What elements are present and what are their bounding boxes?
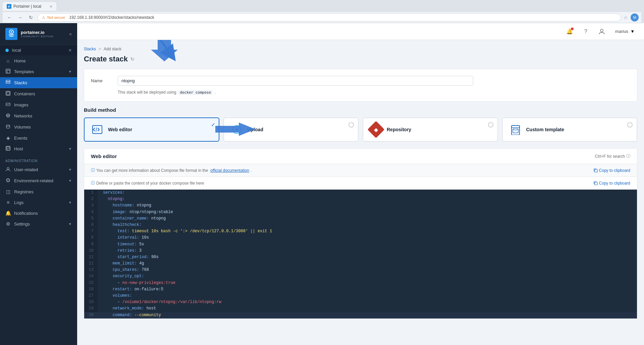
security-label: Not secure bbox=[47, 15, 65, 19]
editor-search-hint: Ctrl+F for search ⓘ bbox=[595, 153, 630, 159]
env-related-arrow-icon: ▼ bbox=[68, 179, 72, 183]
notification-badge bbox=[571, 28, 574, 30]
code-line-14: 14 security_opt: bbox=[84, 273, 637, 280]
address-bar[interactable]: ⚠ Not secure 192.168.1.18:9000/#!/2/dock… bbox=[38, 13, 621, 21]
method-card-upload[interactable]: Upload bbox=[223, 117, 359, 142]
svg-rect-7 bbox=[6, 69, 10, 73]
breadcrumb: Stacks > Add stack bbox=[84, 47, 637, 51]
logo-text: portainer.io COMMUNITY EDITION bbox=[21, 30, 53, 38]
back-btn[interactable]: ← bbox=[5, 13, 13, 21]
repository-radio bbox=[488, 122, 493, 128]
sidebar-item-host[interactable]: Host ▼ bbox=[0, 143, 77, 154]
images-icon bbox=[5, 102, 11, 108]
upload-icon bbox=[231, 124, 243, 136]
name-input[interactable] bbox=[118, 76, 473, 86]
browser-chrome: P Portainer | local ✕ ← → ↻ ⚠ Not secure… bbox=[0, 0, 644, 23]
tab-favicon: P bbox=[7, 4, 11, 9]
settings-arrow-icon: ▼ bbox=[68, 222, 72, 226]
environment-item[interactable]: local ✕ bbox=[0, 45, 77, 55]
user-related-arrow-icon: ▼ bbox=[68, 168, 72, 171]
sidebar-item-templates[interactable]: Templates ▼ bbox=[0, 66, 77, 77]
svg-rect-27 bbox=[93, 126, 102, 134]
stacks-icon bbox=[5, 80, 11, 86]
code-line-4: 4 image: ntop/ntopng:stable bbox=[84, 209, 637, 215]
compose-intro: You can get more information about Compo… bbox=[96, 168, 208, 173]
user-name: marius bbox=[615, 29, 628, 34]
sidebar-item-containers[interactable]: Containers bbox=[0, 88, 77, 99]
custom-template-radio bbox=[627, 122, 633, 128]
method-card-custom-template[interactable]: Custom template bbox=[502, 117, 638, 142]
sidebar-item-home[interactable]: ⌂ Home bbox=[0, 55, 77, 66]
sidebar-item-volumes[interactable]: Volumes bbox=[0, 121, 77, 133]
deploy-hint-text: This stack will be deployed using bbox=[118, 90, 176, 95]
method-card-repository[interactable]: ◆ Repository bbox=[363, 117, 498, 142]
browser-tabs: P Portainer | local ✕ bbox=[3, 2, 641, 11]
env-close-btn[interactable]: ✕ bbox=[68, 48, 72, 53]
copy-to-clipboard-btn[interactable]: Copy to clipboard bbox=[594, 168, 630, 173]
sidebar-item-registries[interactable]: ◫ Registries bbox=[0, 186, 77, 197]
method-card-web-editor[interactable]: Web editor ✓ bbox=[84, 117, 219, 142]
sidebar-item-user-related[interactable]: User-related ▼ bbox=[0, 164, 77, 175]
build-method-title: Build method bbox=[84, 107, 637, 113]
sidebar-logo: portainer.io COMMUNITY EDITION « bbox=[0, 23, 77, 45]
arrow-annotation-down bbox=[144, 40, 184, 68]
refresh-btn[interactable]: ↻ bbox=[27, 13, 35, 21]
method-cards-container: Web editor ✓ bbox=[84, 117, 637, 142]
main-content: 🔔 ? marius ▼ Stacks > Add stack Create bbox=[77, 23, 644, 345]
custom-template-icon bbox=[509, 124, 522, 136]
sidebar-item-stacks[interactable]: Stacks bbox=[0, 77, 77, 88]
copy-clipboard-btn2[interactable]: Copy to clipboard bbox=[594, 181, 630, 186]
page-title-row: Create stack ↻ bbox=[84, 55, 637, 63]
svg-rect-11 bbox=[6, 82, 10, 84]
logs-arrow-icon: ▼ bbox=[68, 201, 72, 204]
tab-close-btn[interactable]: ✕ bbox=[50, 5, 52, 8]
forward-btn[interactable]: → bbox=[16, 13, 24, 21]
help-circle-icon: ⓘ bbox=[626, 153, 630, 159]
sidebar-item-env-related[interactable]: Environment-related ▼ bbox=[0, 175, 77, 186]
svg-point-25 bbox=[600, 29, 603, 32]
code-line-16: 16 restart: on-failure:5 bbox=[84, 286, 637, 293]
refresh-icon[interactable]: ↻ bbox=[130, 56, 135, 62]
networks-icon bbox=[5, 113, 11, 119]
sidebar-item-events[interactable]: ◈ Events bbox=[0, 133, 77, 143]
official-doc-link[interactable]: official documentation bbox=[210, 168, 249, 173]
notifications-btn[interactable]: 🔔 bbox=[564, 26, 575, 37]
svg-point-23 bbox=[6, 179, 10, 182]
breadcrumb-stacks[interactable]: Stacks bbox=[84, 47, 96, 51]
active-tab[interactable]: P Portainer | local ✕ bbox=[3, 2, 56, 11]
sidebar-item-images[interactable]: Images bbox=[0, 99, 77, 110]
sidebar-item-settings[interactable]: ⚙ Settings ▼ bbox=[0, 218, 77, 229]
browser-toolbar: ← → ↻ ⚠ Not secure 192.168.1.18:9000/#!/… bbox=[3, 12, 641, 23]
bookmark-btn[interactable]: ☆ bbox=[624, 15, 628, 20]
volumes-icon bbox=[5, 124, 11, 130]
sidebar-item-networks[interactable]: Networks bbox=[0, 110, 77, 121]
code-line-9: 9 timeout: 5s bbox=[84, 241, 637, 248]
code-line-10: 10 retries: 3 bbox=[84, 248, 637, 254]
editor-section-title: Web editor bbox=[91, 153, 117, 159]
user-profile-icon[interactable]: M bbox=[631, 13, 639, 21]
user-menu[interactable]: marius ▼ bbox=[612, 28, 637, 35]
security-icon: ⚠ bbox=[42, 15, 45, 20]
sidebar-collapse-btn[interactable]: « bbox=[69, 31, 72, 37]
info-icon: ⓘ bbox=[91, 167, 95, 173]
host-arrow-icon: ▼ bbox=[68, 147, 72, 151]
code-editor[interactable]: 1 services: 2 ntopng: 3 hostname: ntopng bbox=[84, 190, 637, 318]
svg-rect-13 bbox=[7, 92, 9, 95]
user-profile-btn[interactable] bbox=[596, 26, 607, 37]
code-line-17: 17 volumes: bbox=[84, 293, 637, 299]
editor-header: Web editor Ctrl+F for search ⓘ bbox=[84, 149, 637, 164]
code-line-8: 8 interval: 10s bbox=[84, 235, 637, 241]
sidebar-item-logs[interactable]: ≡ Logs ▼ bbox=[0, 197, 77, 208]
help-btn[interactable]: ? bbox=[580, 26, 591, 37]
editor-hint: ⓘ You can get more information about Com… bbox=[91, 167, 252, 173]
top-header: 🔔 ? marius ▼ bbox=[77, 23, 644, 40]
compose-hint: ⓘ Define or paste the content of your do… bbox=[91, 180, 204, 186]
editor-section: Web editor Ctrl+F for search ⓘ ⓘ You can… bbox=[84, 148, 637, 319]
registries-icon: ◫ bbox=[5, 189, 11, 194]
sidebar-item-notifications[interactable]: 🔔 Notifications bbox=[0, 208, 77, 218]
code-line-20: 20 command: --community bbox=[84, 312, 637, 318]
svg-rect-33 bbox=[595, 182, 597, 185]
breadcrumb-separator: > bbox=[99, 47, 101, 51]
build-method-section: Build method Web editor bbox=[84, 107, 637, 142]
admin-section-label: Administration bbox=[0, 156, 77, 164]
